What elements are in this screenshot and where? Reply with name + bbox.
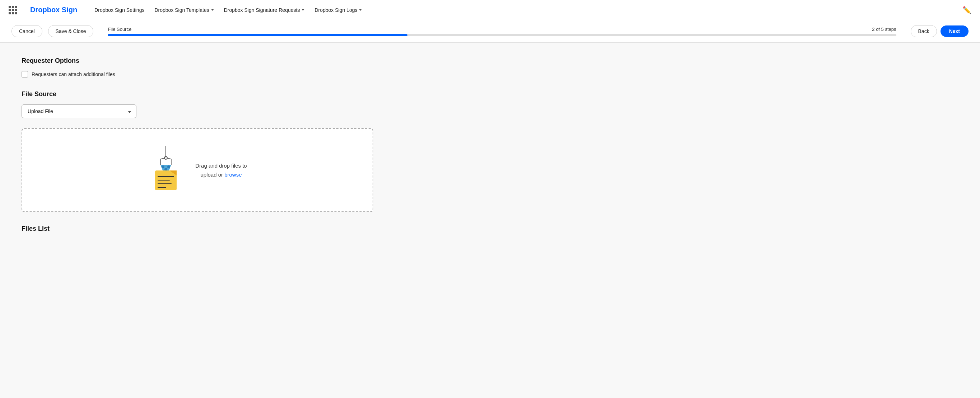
progress-title: File Source (108, 27, 131, 32)
svg-point-8 (167, 166, 170, 168)
nav-signature-requests[interactable]: Dropbox Sign Signature Requests (224, 7, 305, 13)
browse-link[interactable]: browse (224, 172, 242, 178)
files-list-title: Files List (22, 225, 373, 232)
nav-links: Dropbox Sign Settings Dropbox Sign Templ… (94, 7, 951, 13)
nav-settings[interactable]: Dropbox Sign Settings (94, 7, 144, 13)
requester-options-title: Requester Options (22, 57, 373, 65)
back-button[interactable]: Back (911, 25, 937, 37)
svg-point-9 (164, 168, 167, 171)
checkbox-row: Requesters can attach additional files (22, 71, 373, 78)
drop-zone-text: Drag and drop files toupload or browse (195, 161, 247, 180)
app-logo: Dropbox Sign (30, 6, 77, 14)
chevron-down-icon (211, 9, 214, 11)
edit-icon[interactable]: ✏️ (963, 6, 971, 14)
drop-zone[interactable]: Drag and drop files toupload or browse (22, 128, 373, 212)
toolbar: Cancel Save & Close File Source 2 of 5 s… (0, 20, 980, 43)
progress-area: File Source 2 of 5 steps (108, 27, 896, 36)
attach-files-checkbox[interactable] (22, 71, 28, 78)
progress-labels: File Source 2 of 5 steps (108, 27, 896, 32)
progress-bar-fill (108, 34, 407, 36)
file-source-section: File Source Upload File From URL From Te… (22, 91, 373, 212)
progress-steps: 2 of 5 steps (872, 27, 896, 32)
nav-templates[interactable]: Dropbox Sign Templates (154, 7, 213, 13)
cancel-button[interactable]: Cancel (11, 25, 42, 37)
progress-bar-background (108, 34, 896, 36)
checkbox-label: Requesters can attach additional files (32, 72, 115, 77)
drop-zone-illustration (148, 146, 184, 194)
svg-point-7 (162, 166, 164, 168)
chevron-down-icon (302, 9, 304, 11)
file-source-dropdown-wrap: Upload File From URL From Template (22, 104, 137, 118)
main-content: Requester Options Requesters can attach … (0, 43, 395, 247)
toolbar-right: Back Next (911, 25, 969, 37)
top-nav: Dropbox Sign Dropbox Sign Settings Dropb… (0, 0, 980, 20)
chevron-down-icon (359, 9, 362, 11)
file-source-select[interactable]: Upload File From URL From Template (22, 104, 137, 118)
nav-logs[interactable]: Dropbox Sign Logs (315, 7, 362, 13)
next-button[interactable]: Next (940, 25, 969, 37)
file-source-title: File Source (22, 91, 373, 98)
grid-icon[interactable] (9, 6, 17, 14)
save-close-button[interactable]: Save & Close (48, 25, 94, 37)
